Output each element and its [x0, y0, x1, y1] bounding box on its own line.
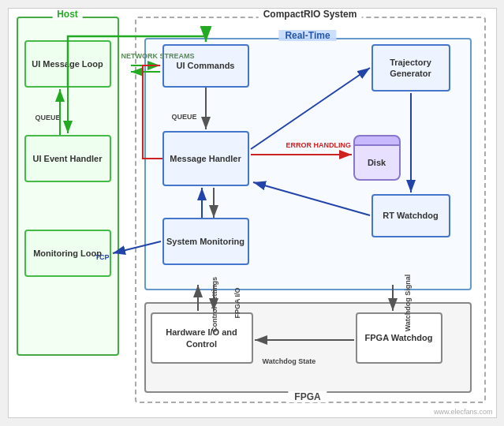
fpga-label: FPGA: [288, 391, 327, 402]
fpga-io-label: FPGA I/O: [233, 287, 241, 318]
ui-event-handler: UI Event Handler: [24, 135, 111, 182]
disk-shape: Disk: [353, 135, 401, 181]
tcp-label: TCP: [95, 253, 110, 262]
disk-top: [353, 135, 401, 146]
network-streams-label: NETWORK STREAMS: [121, 52, 195, 61]
watchdog-signal-label: Watchdog Signal: [404, 275, 412, 332]
control-settings-label: Control Settings: [211, 277, 218, 332]
rt-watchdog: RT Watchdog: [371, 194, 450, 237]
message-handler: Message Handler: [162, 131, 249, 186]
watchdog-state-label: Watchdog State: [263, 357, 316, 366]
fpga-watchdog: FPGA Watchdog: [356, 312, 442, 364]
queue1-label: QUEUE: [172, 113, 197, 121]
error-handling-label: ERROR HANDLING: [286, 141, 352, 150]
hardware-io: Hardware I/O and Control: [151, 312, 253, 364]
ui-commands: UI Commands: [162, 44, 249, 88]
queue2-label: QUEUE: [35, 114, 61, 122]
watermark: www.elecfans.com: [434, 408, 493, 416]
realtime-label: Real-Time: [278, 30, 336, 41]
trajectory-generator: Trajectory Generator: [371, 44, 450, 92]
system-monitoring: System Monitoring: [162, 218, 249, 265]
ui-message-loop: UI Message Loop: [24, 40, 111, 88]
disk-body: Disk: [353, 146, 401, 181]
compactrio-label: CompactRIO System: [259, 9, 362, 20]
host-label: Host: [52, 9, 83, 20]
